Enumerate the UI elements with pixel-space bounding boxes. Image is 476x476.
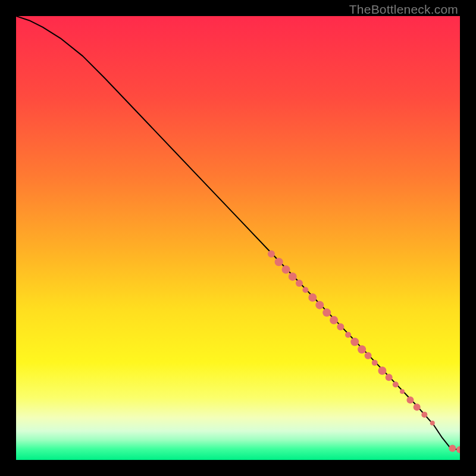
data-marker <box>350 338 359 346</box>
data-marker <box>345 332 351 338</box>
data-marker <box>289 273 297 281</box>
data-marker <box>406 396 414 403</box>
data-marker <box>378 367 386 375</box>
data-marker <box>315 301 324 309</box>
data-marker <box>456 446 460 453</box>
data-marker <box>430 421 435 425</box>
watermark-text: TheBottleneck.com <box>349 2 458 17</box>
data-marker <box>296 280 303 287</box>
data-marker <box>414 403 421 411</box>
marker-group <box>268 250 460 453</box>
data-marker <box>337 323 344 330</box>
data-marker <box>400 389 405 394</box>
data-marker <box>302 287 308 293</box>
data-marker <box>268 250 275 258</box>
data-marker <box>275 258 283 266</box>
chart-stage: TheBottleneck.com <box>0 0 476 476</box>
data-marker <box>365 352 372 359</box>
plot-overlay <box>16 16 460 460</box>
data-marker <box>282 265 290 274</box>
data-marker <box>386 374 393 381</box>
data-marker <box>393 381 399 387</box>
data-marker <box>421 412 427 418</box>
plot-area <box>16 16 460 460</box>
data-marker <box>372 360 378 366</box>
data-marker <box>449 445 456 452</box>
data-marker <box>358 345 366 353</box>
data-marker <box>330 316 338 324</box>
data-marker <box>308 293 317 302</box>
data-marker <box>322 308 331 317</box>
